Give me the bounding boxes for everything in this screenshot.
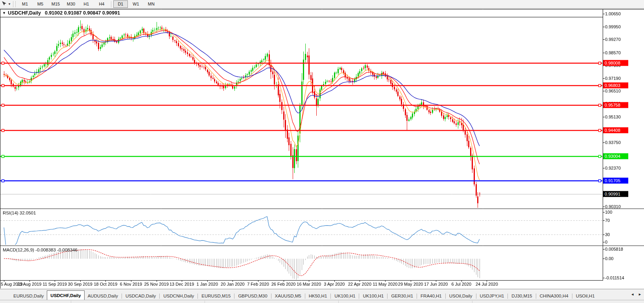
chart-tab-eurusd-m15[interactable]: EURUSD,M15 xyxy=(198,292,234,300)
date-axis-label: 18 Oct 2019 xyxy=(94,282,117,286)
tab-scroll-right-icon[interactable]: ► xyxy=(638,292,642,297)
date-axis-label: 22 Apr 2020 xyxy=(348,282,371,286)
timeframe-button-m5[interactable]: M5 xyxy=(33,0,48,8)
date-axis-label: 29 May 2020 xyxy=(398,282,423,286)
date-axis-label: 23 Aug 2019 xyxy=(17,282,42,286)
price-level-tag: 0.98008 xyxy=(603,60,628,66)
tab-separator xyxy=(197,294,198,299)
chart-symbol: USDCHF,Daily xyxy=(8,10,41,16)
chart-tab-dj30-m15[interactable]: DJ30,M15 xyxy=(508,292,535,300)
chevron-down-icon: ▼ xyxy=(8,2,11,6)
price-axis-tick: 0.99950 xyxy=(605,24,621,29)
chart-tab-usoil-daily[interactable]: USOil,Daily xyxy=(446,292,476,300)
price-axis-tick: 0.92370 xyxy=(605,166,621,170)
timeframe-button-w1[interactable]: W1 xyxy=(129,0,143,8)
chart-title: ▼USDCHF,Daily0.91002 0.91087 0.90847 0.9… xyxy=(2,10,120,16)
tab-separator xyxy=(417,294,417,299)
timeframe-toolbar: ▼ M1M5M15M30H1H4D1W1MN xyxy=(0,0,644,9)
timeframe-button-m30[interactable]: M30 xyxy=(64,0,78,8)
tab-separator xyxy=(476,294,476,299)
tab-separator xyxy=(387,294,388,299)
cursor-tool-button[interactable]: ▼ xyxy=(0,0,12,8)
rsi-axis-tick: 30 xyxy=(605,232,610,237)
rsi-axis-tick: 0 xyxy=(605,240,607,244)
trading-terminal: ▼ M1M5M15M30H1H4D1W1MN ▼USDCHF,Daily0.91… xyxy=(0,0,644,303)
chart-tab-xauusd-m5[interactable]: XAUUSD,M5 xyxy=(272,292,304,300)
date-axis-label: 24 Jul 2020 xyxy=(476,282,498,286)
status-strip xyxy=(0,300,644,303)
toolbar-grip xyxy=(13,1,16,7)
tab-separator xyxy=(271,294,271,299)
timeframe-button-d1[interactable]: D1 xyxy=(113,0,128,8)
macd-label: MACD(12,26,9) -0.008383 -0.008346 xyxy=(3,248,78,252)
tab-separator xyxy=(536,294,536,299)
timeframe-button-h4[interactable]: H4 xyxy=(94,0,109,8)
chart-tab-hk50-h1[interactable]: HK50,H1 xyxy=(306,292,330,300)
price-level-tag: 0.94408 xyxy=(603,127,628,133)
chart-tab-audusd-daily[interactable]: AUDUSD,Daily xyxy=(85,292,121,300)
date-axis-label: 11 May 2020 xyxy=(373,282,398,286)
date-axis-label: 25 Nov 2019 xyxy=(144,282,168,286)
chart-tab-bar: EURUSD,DailyUSDCHF,DailyAUDUSD,DailyUSDC… xyxy=(0,289,644,300)
chart-tab-usdcnh-daily[interactable]: USDCNH,Daily xyxy=(160,292,197,300)
timeframe-button-m15[interactable]: M15 xyxy=(48,0,63,8)
chart-tab-uk100-h1[interactable]: UK100,H1 xyxy=(331,292,358,300)
price-axis-tick: 0.95130 xyxy=(605,115,621,119)
tab-separator xyxy=(305,294,305,299)
date-axis-label: 26 Feb 2020 xyxy=(271,282,296,286)
rsi-axis-tick: 70 xyxy=(605,218,610,223)
date-axis-label: 6 Jul 2020 xyxy=(451,282,471,286)
chart-tab-usdjpy-h1[interactable]: USDJPY,H1 xyxy=(477,292,507,300)
date-axis-label: 7 Feb 2020 xyxy=(247,282,269,286)
tab-separator xyxy=(359,294,359,299)
price-axis-tick: 0.97190 xyxy=(605,76,621,81)
tab-separator xyxy=(445,294,446,299)
chart-tab-china300-h4[interactable]: CHINA300,H4 xyxy=(537,292,572,300)
price-axis-tick: 0.98570 xyxy=(605,50,621,55)
date-axis-label: 3 Apr 2020 xyxy=(324,282,345,286)
tab-separator xyxy=(572,294,572,299)
date-axis-label: 20 Jan 2020 xyxy=(221,282,245,286)
price-axis-tick: 0.90310 xyxy=(605,204,621,209)
timeframe-button-mn[interactable]: MN xyxy=(144,0,159,8)
price-level-tag: 0.96803 xyxy=(603,83,628,89)
price-chart-canvas[interactable] xyxy=(0,0,644,303)
chart-ohlc-values: 0.91002 0.91087 0.90847 0.90991 xyxy=(45,10,120,16)
chart-tab-ger30-h1[interactable]: GER30,H1 xyxy=(388,292,416,300)
date-axis-label: 6 Nov 2019 xyxy=(120,282,142,286)
macd-axis-tick: 0.00 xyxy=(605,256,613,261)
date-axis-label: 1 Jan 2020 xyxy=(197,282,218,286)
timeframe-button-h1[interactable]: H1 xyxy=(79,0,94,8)
chart-tab-fra40-h1[interactable]: FRA40,H1 xyxy=(417,292,445,300)
price-axis-tick: 0.99270 xyxy=(605,37,621,42)
chart-tab-eurusd-daily[interactable]: EURUSD,Daily xyxy=(10,292,47,300)
chart-tab-gbpusd-m30[interactable]: GBPUSD,M30 xyxy=(235,292,270,300)
date-axis-label: 30 Sep 2019 xyxy=(68,282,92,286)
chart-tab-usdchf-daily[interactable]: USDCHF,Daily xyxy=(47,290,84,300)
chart-tab-usoil-h1[interactable]: USOil,H1 xyxy=(573,292,598,300)
timeframe-button-m1[interactable]: M1 xyxy=(18,0,32,8)
macd-axis-tick: -0.011514 xyxy=(605,275,624,280)
chart-dropdown-icon: ▼ xyxy=(2,11,6,15)
tab-separator xyxy=(122,294,122,299)
tab-separator xyxy=(234,294,234,299)
price-level-tag: 0.93004 xyxy=(603,153,628,159)
date-axis-label: 16 Mar 2020 xyxy=(297,282,321,286)
date-axis-label: 17 Jun 2020 xyxy=(424,282,448,286)
price-axis-tick: 1.00650 xyxy=(605,11,621,16)
cursor-tool-icon xyxy=(1,1,7,8)
tab-scroll-left-icon[interactable]: ◄ xyxy=(631,292,634,297)
price-level-tag: 0.91705 xyxy=(603,177,628,183)
price-level-tag: 0.90991 xyxy=(603,191,628,197)
date-axis-label: 11 Sep 2019 xyxy=(42,282,67,286)
price-axis-tick: 0.96510 xyxy=(605,89,621,93)
tab-separator xyxy=(330,294,331,299)
chart-tab-usdcad-daily[interactable]: USDCAD,Daily xyxy=(122,292,159,300)
chart-tab-uk100-h1[interactable]: UK100,H1 xyxy=(360,292,387,300)
macd-axis-tick: 0.005818 xyxy=(605,247,623,251)
rsi-label: RSI(14) 32.0501 xyxy=(3,211,36,215)
rsi-axis-tick: 100 xyxy=(605,210,612,214)
price-axis-tick: 0.93750 xyxy=(605,140,621,145)
tab-separator xyxy=(159,294,160,299)
toolbar-separator xyxy=(111,1,111,7)
